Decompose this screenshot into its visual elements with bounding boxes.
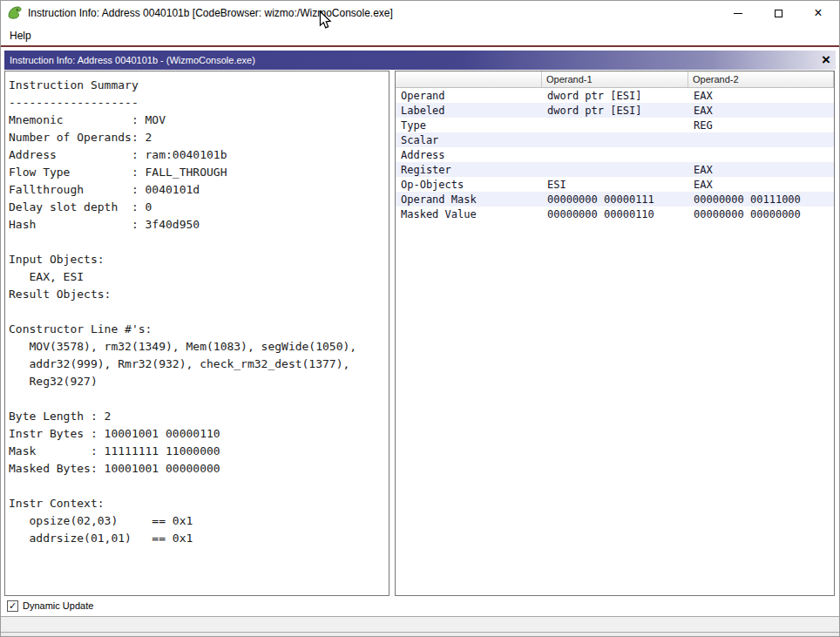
dialog-title: Instruction Info: Address 0040101b - (Wi… — [10, 55, 255, 65]
column-header-operand-2[interactable]: Operand-2 — [688, 71, 834, 87]
table-row[interactable]: Masked Value00000000 0000011000000000 00… — [396, 207, 834, 221]
row-label: Scalar — [396, 132, 542, 147]
dialog-titlebar[interactable]: Instruction Info: Address 0040101b - (Wi… — [4, 51, 836, 70]
table-row[interactable]: Op-ObjectsESIEAX — [396, 177, 834, 192]
status-bar — [1, 616, 839, 633]
menu-separator — [1, 45, 839, 47]
row-label: Type — [396, 118, 542, 132]
window-bottom-edge — [1, 633, 839, 636]
row-value: REG — [688, 118, 834, 132]
row-value: 00000000 00000111 — [542, 192, 688, 207]
titlebar[interactable]: Instruction Info: Address 0040101b [Code… — [1, 1, 839, 25]
row-value: 00000000 00000000 — [688, 207, 834, 221]
table-row[interactable]: Labeleddword ptr [ESI]EAX — [396, 103, 834, 118]
column-header-blank[interactable] — [396, 71, 542, 87]
operand-table-body: Operanddword ptr [ESI]EAXLabeleddword pt… — [396, 88, 834, 221]
dynamic-update-label: Dynamic Update — [23, 600, 93, 611]
row-label: Labeled — [396, 103, 542, 118]
row-value — [542, 118, 688, 132]
row-label: Operand — [396, 88, 542, 103]
row-label: Address — [396, 147, 542, 162]
dynamic-update-checkbox[interactable]: ✓ — [7, 600, 18, 612]
ghidra-icon — [7, 5, 23, 21]
column-header-operand-1[interactable]: Operand-1 — [542, 71, 688, 87]
operand-table-panel: Operand-1 Operand-2 Operanddword ptr [ES… — [395, 71, 835, 596]
row-label: Masked Value — [396, 207, 542, 221]
menu-help[interactable]: Help — [1, 27, 40, 44]
close-icon: × — [814, 6, 822, 20]
row-value: 00000000 00000110 — [542, 207, 688, 221]
table-row[interactable]: Scalar — [396, 132, 834, 147]
row-value: EAX — [688, 177, 834, 192]
summary-text: Instruction Summary ------------------- … — [5, 71, 389, 547]
menubar: Help — [1, 25, 839, 45]
row-label: Register — [396, 162, 542, 177]
table-row[interactable]: Operand Mask00000000 0000011100000000 00… — [396, 192, 834, 207]
window-title: Instruction Info: Address 0040101b [Code… — [28, 7, 393, 19]
window-controls: × — [718, 1, 838, 25]
row-value — [542, 147, 688, 162]
minimize-button[interactable] — [718, 1, 758, 25]
row-value: ESI — [542, 177, 688, 192]
row-value — [542, 132, 688, 147]
row-value — [688, 132, 834, 147]
row-value: 00000000 00111000 — [688, 192, 834, 207]
dialog-close-button[interactable]: × — [822, 51, 830, 70]
table-row[interactable]: Address — [396, 147, 834, 162]
operand-table-header: Operand-1 Operand-2 — [396, 71, 834, 88]
row-value — [542, 162, 688, 177]
minimize-icon — [734, 13, 742, 14]
row-label: Operand Mask — [396, 192, 542, 207]
table-row[interactable]: Operanddword ptr [ESI]EAX — [396, 88, 834, 103]
row-value: EAX — [688, 162, 834, 177]
row-value — [688, 147, 834, 162]
instruction-summary-panel: Instruction Summary ------------------- … — [4, 71, 390, 596]
table-row[interactable]: RegisterEAX — [396, 162, 834, 177]
close-button[interactable]: × — [798, 1, 838, 25]
table-row[interactable]: TypeREG — [396, 118, 834, 132]
row-value: EAX — [688, 103, 834, 118]
footer-row: ✓ Dynamic Update — [7, 598, 93, 613]
checkmark-icon: ✓ — [9, 601, 17, 611]
dialog-close-icon: × — [822, 51, 830, 69]
row-value: EAX — [688, 88, 834, 103]
row-value: dword ptr [ESI] — [542, 88, 688, 103]
maximize-icon — [775, 10, 782, 17]
maximize-button[interactable] — [758, 1, 798, 25]
row-label: Op-Objects — [396, 177, 542, 192]
row-value: dword ptr [ESI] — [542, 103, 688, 118]
app-window: Instruction Info: Address 0040101b [Code… — [0, 0, 840, 637]
